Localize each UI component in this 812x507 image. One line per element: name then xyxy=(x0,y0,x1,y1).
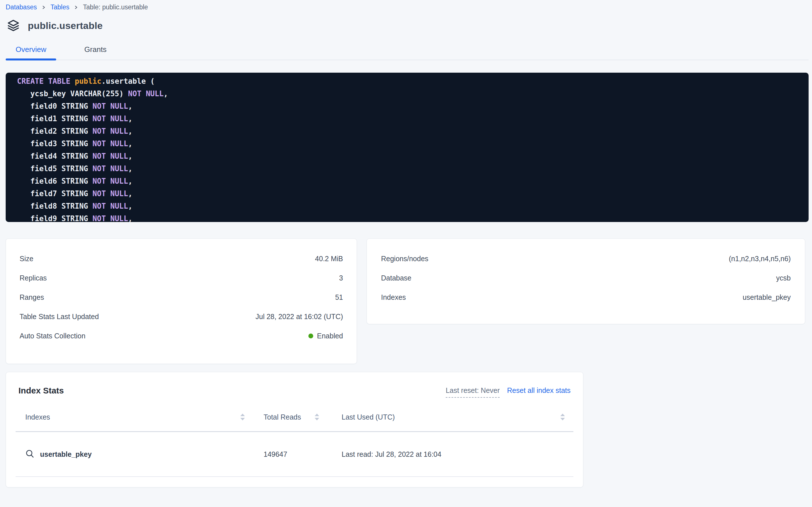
reset-all-index-stats-link[interactable]: Reset all index stats xyxy=(507,386,571,395)
index-table-header: Indexes Total Reads Last Used (UTC) xyxy=(18,409,571,425)
magnifier-icon xyxy=(25,449,35,459)
tab-overview[interactable]: Overview xyxy=(6,41,56,60)
page-title: public.usertable xyxy=(28,20,103,31)
tab-bar: Overview Grants xyxy=(6,41,809,60)
stat-row-ranges: Ranges51 xyxy=(19,288,343,307)
chevron-right-icon xyxy=(74,5,78,10)
stat-row-database: Databaseycsb xyxy=(381,268,791,288)
page-header: public.usertable xyxy=(6,18,805,33)
index-last-used: Last read: Jul 28, 2022 at 16:04 xyxy=(337,450,571,458)
column-header-last-used: Last Used (UTC) xyxy=(341,413,395,421)
sql-line: CREATE TABLE public.usertable ( xyxy=(17,75,797,88)
sql-line: field4 STRING NOT NULL, xyxy=(17,150,797,162)
row-divider xyxy=(16,476,573,477)
create-table-sql-box[interactable]: CREATE TABLE public.usertable ( ycsb_key… xyxy=(6,73,809,222)
stat-label: Auto Stats Collection xyxy=(19,332,85,340)
stat-value: Enabled xyxy=(308,332,343,340)
sql-line: field8 STRING NOT NULL, xyxy=(17,200,797,212)
index-table-body: usertable_pkey149647Last read: Jul 28, 2… xyxy=(18,432,571,477)
sql-line: field3 STRING NOT NULL, xyxy=(17,137,797,150)
index-name: usertable_pkey xyxy=(40,450,91,458)
table-layers-icon xyxy=(6,18,20,33)
stat-value: 51 xyxy=(335,293,343,301)
sort-icon[interactable] xyxy=(560,413,565,420)
table-info-card: Regions/nodes(n1,n2,n3,n4,n5,n6)Database… xyxy=(367,238,805,324)
stat-value: usertable_pkey xyxy=(743,293,791,301)
stat-row-regions-nodes: Regions/nodes(n1,n2,n3,n4,n5,n6) xyxy=(381,249,791,268)
stat-label: Indexes xyxy=(381,293,406,301)
sql-line: field6 STRING NOT NULL, xyxy=(17,175,797,187)
sort-icon[interactable] xyxy=(315,413,319,420)
stat-row-indexes: Indexesusertable_pkey xyxy=(381,288,791,307)
breadcrumb-databases[interactable]: Databases xyxy=(6,3,37,11)
stat-label: Size xyxy=(19,255,34,263)
sql-line: field7 STRING NOT NULL, xyxy=(17,187,797,200)
breadcrumb-tables[interactable]: Tables xyxy=(51,3,69,11)
column-header-indexes: Indexes xyxy=(25,413,50,421)
stat-row-replicas: Replicas3 xyxy=(19,268,343,288)
stat-value: 40.2 MiB xyxy=(315,255,343,263)
index-stats-title: Index Stats xyxy=(18,386,64,395)
last-reset-label: Last reset: Never xyxy=(446,386,500,398)
stat-label: Database xyxy=(381,274,412,282)
sql-line: field5 STRING NOT NULL, xyxy=(17,162,797,175)
column-header-total-reads: Total Reads xyxy=(264,413,301,421)
index-table-row[interactable]: usertable_pkey149647Last read: Jul 28, 2… xyxy=(18,432,571,476)
chevron-right-icon xyxy=(42,5,46,10)
stat-label: Regions/nodes xyxy=(381,255,428,263)
sql-line: field2 STRING NOT NULL, xyxy=(17,125,797,137)
stat-label: Ranges xyxy=(19,293,44,301)
stat-value: 3 xyxy=(339,274,343,282)
stat-row-auto-stats-collection: Auto Stats CollectionEnabled xyxy=(19,326,343,345)
sort-icon[interactable] xyxy=(240,413,245,420)
table-details-page: Databases Tables Table: public.usertable… xyxy=(0,0,809,488)
table-stats-card: Size40.2 MiBReplicas3Ranges51Table Stats… xyxy=(6,238,357,364)
sql-line: field0 STRING NOT NULL, xyxy=(17,100,797,112)
index-total-reads: 149647 xyxy=(252,450,337,458)
stat-value: ycsb xyxy=(776,274,791,282)
sql-line: field1 STRING NOT NULL, xyxy=(17,112,797,125)
stat-value: (n1,n2,n3,n4,n5,n6) xyxy=(729,255,791,263)
sql-line: ycsb_key VARCHAR(255) NOT NULL, xyxy=(17,88,797,100)
stat-label: Replicas xyxy=(19,274,47,282)
tab-grants[interactable]: Grants xyxy=(74,41,116,60)
stat-row-size: Size40.2 MiB xyxy=(19,249,343,268)
status-enabled-dot-icon xyxy=(308,334,313,338)
stat-row-table-stats-last-updated: Table Stats Last UpdatedJul 28, 2022 at … xyxy=(19,307,343,326)
sql-line: field9 STRING NOT NULL, xyxy=(17,212,797,222)
index-stats-card: Index Stats Last reset: Never Reset all … xyxy=(6,372,583,488)
breadcrumb-current-table: Table: public.usertable xyxy=(83,3,148,11)
stat-label: Table Stats Last Updated xyxy=(19,313,99,321)
overview-cards: Size40.2 MiBReplicas3Ranges51Table Stats… xyxy=(6,238,805,364)
breadcrumb: Databases Tables Table: public.usertable xyxy=(6,3,805,11)
stat-value: Jul 28, 2022 at 16:02 (UTC) xyxy=(256,313,343,321)
